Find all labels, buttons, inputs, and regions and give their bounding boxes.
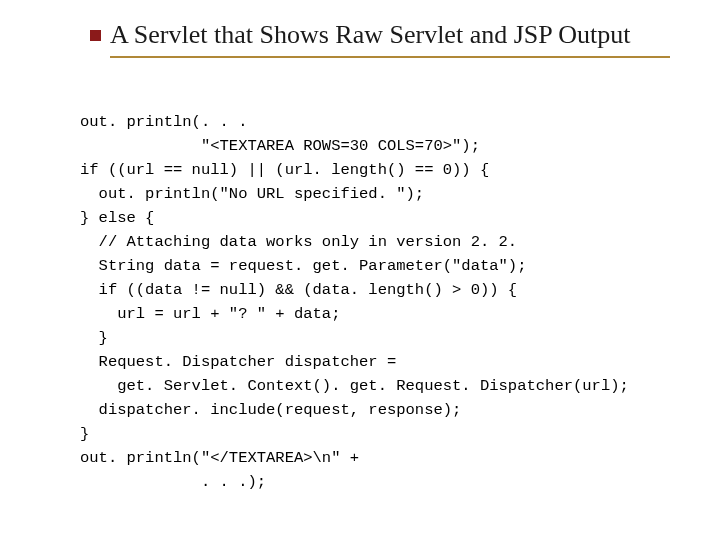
title-marker-icon (90, 30, 101, 41)
title-block: A Servlet that Shows Raw Servlet and JSP… (110, 20, 670, 58)
code-line: if ((url == null) || (url. length() == 0… (80, 161, 489, 179)
code-line: url = url + "? " + data; (80, 305, 340, 323)
code-line: if ((data != null) && (data. length() > … (80, 281, 517, 299)
code-block: out. println(. . . "<TEXTAREA ROWS=30 CO… (80, 86, 670, 494)
code-line: out. println("No URL specified. "); (80, 185, 424, 203)
code-line: . . .); (80, 473, 266, 491)
code-line: } (80, 329, 108, 347)
slide-title: A Servlet that Shows Raw Servlet and JSP… (110, 20, 670, 58)
code-line: get. Servlet. Context(). get. Request. D… (80, 377, 629, 395)
code-line: } else { (80, 209, 154, 227)
code-line: dispatcher. include(request, response); (80, 401, 461, 419)
code-line: } (80, 425, 89, 443)
code-line: out. println(. . . (80, 113, 247, 131)
code-line: String data = request. get. Parameter("d… (80, 257, 526, 275)
code-line: out. println("</TEXTAREA>\n" + (80, 449, 359, 467)
code-line: "<TEXTAREA ROWS=30 COLS=70>"); (80, 137, 480, 155)
code-line: Request. Dispatcher dispatcher = (80, 353, 396, 371)
code-line: // Attaching data works only in version … (80, 233, 517, 251)
